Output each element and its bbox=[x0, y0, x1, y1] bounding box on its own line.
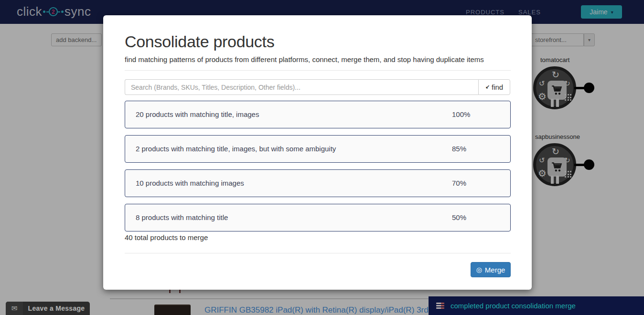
find-button[interactable]: ↙ find bbox=[478, 79, 510, 95]
match-group-row[interactable]: 8 products with matching title 50% bbox=[125, 204, 511, 231]
match-confidence: 50% bbox=[452, 213, 466, 221]
match-group-label: 10 products with matching images bbox=[136, 179, 244, 187]
match-group-row[interactable]: 10 products with matching images 70% bbox=[125, 169, 511, 197]
match-group-label: 20 products with matching title, images bbox=[136, 110, 259, 118]
total-products-text: 40 total products to merge bbox=[125, 233, 208, 242]
match-confidence: 85% bbox=[452, 145, 466, 153]
modal-subtitle: find matching patterns of products from … bbox=[125, 55, 484, 63]
match-group-label: 8 products with matching title bbox=[136, 213, 228, 221]
match-group-row[interactable]: 2 products with matching title, images, … bbox=[125, 135, 511, 163]
match-group-label: 2 products with matching title, images, … bbox=[136, 145, 336, 153]
search-group: ↙ find bbox=[125, 79, 510, 95]
find-button-label: find bbox=[492, 83, 503, 91]
consolidate-products-modal: Consolidate products find matching patte… bbox=[103, 15, 532, 290]
toast-message: completed product consolidation merge bbox=[451, 302, 576, 310]
divider bbox=[125, 70, 511, 71]
merge-button[interactable]: ◎ Merge bbox=[471, 262, 511, 277]
find-arrow-icon: ↙ bbox=[485, 84, 490, 90]
search-input[interactable] bbox=[125, 79, 478, 95]
merge-button-label: Merge bbox=[485, 266, 505, 274]
notification-toast[interactable]: completed product consolidation merge bbox=[429, 296, 644, 315]
merge-bullseye-icon: ◎ bbox=[476, 266, 482, 273]
match-group-row[interactable]: 20 products with matching title, images … bbox=[125, 101, 511, 128]
tasks-icon bbox=[436, 303, 444, 309]
modal-title: Consolidate products bbox=[125, 32, 274, 51]
match-confidence: 70% bbox=[452, 179, 466, 187]
divider bbox=[125, 253, 511, 253]
match-confidence: 100% bbox=[452, 110, 470, 118]
